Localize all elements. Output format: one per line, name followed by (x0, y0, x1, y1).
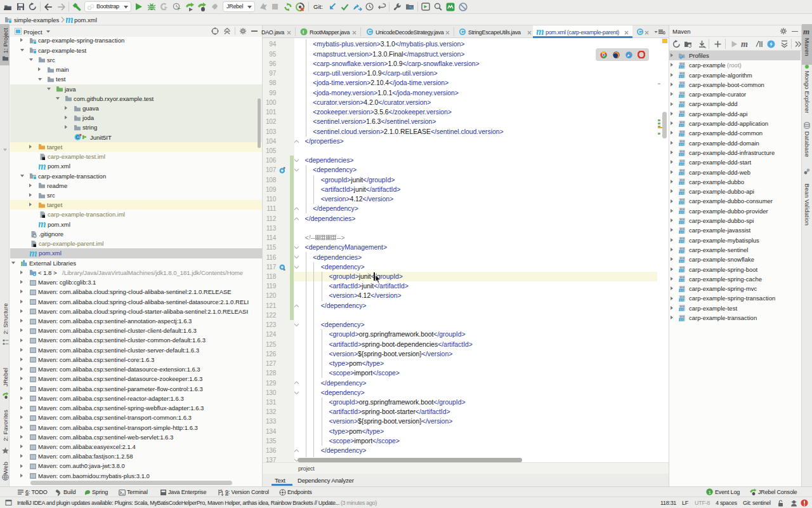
svg-text:m: m (679, 248, 684, 254)
svg-text:m: m (679, 267, 684, 273)
svg-text:m: m (39, 220, 46, 228)
svg-text:m: m (679, 82, 684, 88)
svg-text:m: m (679, 208, 684, 215)
svg-text:m: m (679, 296, 684, 302)
svg-text:m: m (679, 140, 684, 147)
svg-text:m: m (537, 28, 544, 36)
svg-text:m: m (679, 228, 684, 234)
svg-text:m: m (679, 150, 684, 157)
svg-text:m: m (679, 218, 684, 225)
svg-text:I: I (303, 29, 304, 35)
svg-text:m: m (679, 257, 684, 264)
svg-text:C: C (638, 29, 643, 35)
svg-text:m: m (679, 199, 684, 205)
svg-text:6: 6 (663, 30, 665, 35)
svg-text:m: m (679, 63, 684, 69)
svg-text:m: m (66, 16, 74, 23)
svg-text:m: m (679, 111, 684, 117)
svg-text:m: m (30, 250, 37, 257)
svg-text:m: m (679, 286, 684, 293)
svg-text:m: m (679, 170, 684, 176)
svg-text:m: m (679, 121, 684, 128)
svg-text:m: m (679, 131, 684, 137)
svg-text:m: m (679, 305, 684, 312)
svg-text:m: m (679, 179, 684, 185)
svg-text:m: m (679, 276, 684, 283)
svg-text:m: m (679, 92, 684, 98)
svg-text:m: m (741, 39, 748, 49)
svg-text:m: m (803, 27, 809, 36)
svg-text:m: m (679, 72, 684, 79)
svg-text:m: m (679, 160, 684, 166)
svg-text:m: m (39, 163, 46, 170)
svg-text:m: m (679, 102, 684, 108)
svg-text:1: 1 (708, 489, 711, 495)
svg-text:m: m (679, 316, 684, 322)
svg-text:m: m (679, 189, 684, 196)
svg-text:C: C (368, 29, 372, 35)
svg-text:C: C (461, 29, 465, 35)
svg-text:C: C (75, 134, 79, 140)
svg-text:m: m (679, 237, 684, 244)
